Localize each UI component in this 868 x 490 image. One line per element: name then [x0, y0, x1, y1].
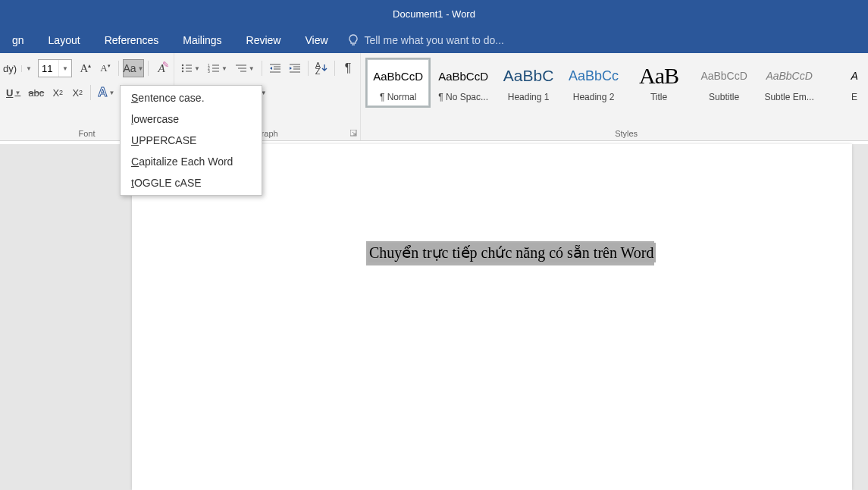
increase-indent-button[interactable]: [286, 59, 304, 77]
style-name-label: Title: [650, 92, 667, 102]
svg-point-3: [182, 68, 183, 69]
chevron-down-icon: ▼: [249, 65, 255, 72]
style-name-label: Subtle Em...: [764, 92, 813, 102]
style-preview: AaBbCcD: [700, 63, 747, 89]
chevron-down-icon: ▼: [14, 90, 20, 96]
svg-point-1: [182, 64, 183, 66]
multilevel-list-button[interactable]: ▼: [232, 59, 258, 77]
tab-references[interactable]: References: [92, 27, 171, 53]
style-name-label: ¶ Normal: [380, 92, 416, 102]
svg-text:3: 3: [208, 69, 210, 74]
page-container: Chuyển trực tiếp chức năng có sẵn trên W…: [0, 144, 868, 490]
text-effects-button[interactable]: A▼: [95, 83, 118, 102]
subscript-button[interactable]: X2: [49, 83, 67, 102]
document-area: Chuyển trực tiếp chức năng có sẵn trên W…: [0, 144, 868, 490]
style-subtitle[interactable]: AaBbCcDSubtitle: [691, 58, 757, 108]
style-name-label: Heading 2: [573, 92, 615, 102]
superscript-button[interactable]: X2: [68, 83, 86, 102]
show-hide-paragraph-button[interactable]: ¶: [339, 59, 357, 77]
style-preview: AaB: [639, 63, 678, 89]
sort-button[interactable]: AZ: [312, 59, 331, 77]
style-name-label: Heading 1: [508, 92, 550, 102]
style-name-label: E: [851, 92, 857, 102]
style-emph[interactable]: AE: [822, 58, 868, 108]
font-name-partial[interactable]: dy) ▼: [3, 63, 32, 74]
separator: [262, 61, 262, 76]
change-case-menu: Sentence case. lowercase UPPERCASE Capit…: [120, 85, 262, 196]
underline-button[interactable]: U▼: [3, 83, 24, 102]
menu-item-uppercase[interactable]: UPPERCASE: [121, 130, 262, 151]
style-name-label: Subtitle: [709, 92, 739, 102]
chevron-down-icon: ▼: [194, 65, 200, 72]
grow-font-button[interactable]: A▴: [77, 59, 95, 77]
chevron-down-icon[interactable]: ▼: [58, 60, 71, 77]
chevron-down-icon: ▼: [138, 65, 144, 72]
separator: [308, 61, 309, 76]
menu-item-toggle-case[interactable]: tOGGLE cASE: [121, 172, 262, 193]
clear-formatting-button[interactable]: A✎: [152, 59, 171, 77]
selected-text[interactable]: Chuyển trực tiếp chức năng có sẵn trên W…: [368, 243, 656, 262]
change-case-button[interactable]: Aa▼: [123, 59, 145, 77]
style-preview: AaBbC: [503, 63, 554, 89]
numbering-button[interactable]: 123 ▼: [205, 59, 230, 77]
style-preview: AaBbCcD: [766, 63, 812, 89]
separator: [334, 61, 335, 76]
title-bar: Document1 - Word: [0, 0, 868, 27]
style-subem[interactable]: AaBbCcDSubtle Em...: [757, 58, 822, 108]
menu-item-capitalize-each-word[interactable]: Capitalize Each Word: [121, 151, 262, 172]
style-normal[interactable]: AaBbCcD¶ Normal: [365, 58, 431, 108]
paragraph-dialog-launcher[interactable]: [350, 130, 358, 137]
separator: [90, 85, 91, 100]
strikethrough-button[interactable]: abc: [25, 83, 47, 102]
separator: [118, 61, 119, 76]
style-preview: AaBbCcD: [373, 63, 423, 89]
menu-item-sentence-case[interactable]: Sentence case.: [121, 87, 262, 108]
tab-mailings[interactable]: Mailings: [171, 27, 233, 53]
svg-point-5: [182, 71, 183, 72]
styles-gallery[interactable]: AaBbCcD¶ NormalAaBbCcD¶ No Spac...AaBbCH…: [364, 55, 868, 111]
bullets-button[interactable]: ▼: [177, 59, 203, 77]
tab-review[interactable]: Review: [234, 27, 293, 53]
tab-view[interactable]: View: [293, 27, 340, 53]
font-size-input[interactable]: ▼: [38, 59, 72, 77]
style-name-label: ¶ No Spac...: [438, 92, 488, 102]
styles-group: AaBbCcD¶ NormalAaBbCcD¶ No Spac...AaBbCH…: [361, 53, 868, 140]
styles-group-label: Styles: [361, 127, 868, 140]
separator: [148, 61, 149, 76]
lightbulb-icon: [348, 34, 359, 46]
style-title[interactable]: AaBTitle: [626, 58, 691, 108]
style-h2[interactable]: AaBbCcHeading 2: [561, 58, 626, 108]
chevron-down-icon: ▼: [21, 65, 32, 72]
tab-layout[interactable]: Layout: [36, 27, 92, 53]
font-size-field[interactable]: [39, 63, 58, 74]
tell-me[interactable]: Tell me what you want to do...: [348, 34, 504, 46]
style-preview: A: [851, 63, 857, 89]
tell-me-placeholder: Tell me what you want to do...: [365, 34, 504, 46]
style-nospac[interactable]: AaBbCcD¶ No Spac...: [431, 58, 496, 108]
style-preview: AaBbCcD: [438, 63, 488, 89]
window-title: Document1 - Word: [393, 8, 475, 20]
ribbon-tabs: gn Layout References Mailings Review Vie…: [0, 27, 868, 53]
decrease-indent-button[interactable]: [266, 59, 284, 77]
style-h1[interactable]: AaBbCHeading 1: [496, 58, 561, 108]
menu-item-lowercase[interactable]: lowercase: [121, 108, 262, 130]
tab-design-partial[interactable]: gn: [0, 27, 36, 53]
document-page[interactable]: Chuyển trực tiếp chức năng có sẵn trên W…: [132, 144, 852, 490]
chevron-down-icon: ▼: [221, 65, 227, 72]
shrink-font-button[interactable]: A▾: [96, 59, 114, 77]
ribbon: dy) ▼ ▼ A▴ A▾ Aa▼ A✎: [0, 53, 868, 141]
style-preview: AaBbCc: [569, 63, 619, 89]
chevron-down-icon: ▼: [109, 90, 115, 96]
